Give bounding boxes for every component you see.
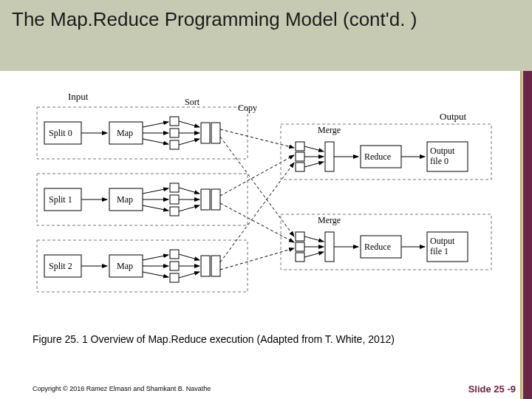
svg-rect-37 [170, 250, 179, 259]
svg-line-34 [143, 255, 168, 260]
svg-line-67 [304, 236, 324, 242]
slide-footer: Copyright © 2016 Ramez Elmasri and Shamk… [0, 378, 532, 399]
svg-line-69 [304, 252, 324, 257]
split0-label: Split 0 [49, 128, 72, 138]
svg-rect-13 [201, 123, 210, 143]
svg-line-36 [143, 272, 168, 277]
svg-line-25 [179, 188, 200, 194]
svg-line-42 [179, 272, 200, 278]
reduce0-label: Reduce [364, 151, 391, 162]
svg-rect-70 [325, 232, 334, 262]
svg-line-40 [179, 254, 200, 260]
svg-rect-54 [296, 163, 304, 171]
reduce1-label: Reduce [364, 242, 391, 252]
svg-line-49 [220, 163, 294, 262]
output1-label-a: Output [430, 236, 455, 246]
svg-line-6 [143, 139, 168, 144]
label-output: Output [440, 111, 467, 122]
svg-line-50 [220, 248, 294, 270]
map1-label: Map [117, 194, 133, 205]
svg-rect-43 [201, 256, 210, 276]
svg-rect-39 [170, 273, 179, 282]
copyright-text: Copyright © 2016 Ramez Elmasri and Shamk… [33, 385, 211, 392]
svg-rect-8 [170, 129, 179, 137]
svg-rect-52 [296, 142, 304, 151]
svg-rect-24 [170, 207, 179, 216]
svg-rect-14 [211, 123, 220, 143]
slide-number: Slide 25 -9 [468, 383, 516, 395]
svg-line-57 [304, 162, 324, 167]
svg-line-10 [179, 121, 200, 127]
output1-label-b: file 1 [430, 246, 449, 256]
svg-line-46 [220, 137, 294, 236]
svg-line-27 [179, 205, 200, 211]
map0-label: Map [117, 128, 133, 138]
svg-rect-65 [296, 242, 304, 251]
svg-line-55 [304, 146, 324, 151]
slide-title: The Map.Reduce Programming Model (cont'd… [12, 7, 520, 32]
svg-line-21 [143, 205, 168, 211]
svg-line-45 [220, 129, 294, 148]
svg-line-48 [220, 203, 294, 242]
svg-rect-9 [170, 140, 179, 149]
mapreduce-diagram: Input Split 0 Map Sort Split 1 Map Split… [30, 89, 502, 310]
label-merge1: Merge [318, 215, 341, 225]
svg-line-12 [179, 139, 200, 145]
svg-line-4 [143, 122, 168, 127]
label-copy: Copy [238, 103, 257, 113]
accent-sidebar [520, 71, 532, 399]
svg-rect-64 [296, 232, 304, 241]
figure-caption: Figure 25. 1 Overview of Map.Reduce exec… [33, 332, 446, 347]
svg-rect-58 [325, 142, 334, 171]
svg-rect-22 [170, 183, 179, 192]
label-input: Input [68, 91, 89, 102]
split1-label: Split 1 [49, 194, 72, 205]
svg-rect-44 [211, 256, 220, 276]
svg-line-19 [143, 188, 168, 194]
svg-rect-66 [296, 253, 304, 262]
svg-rect-23 [170, 195, 179, 204]
svg-rect-38 [170, 262, 179, 270]
svg-rect-53 [296, 152, 304, 161]
output0-label-b: file 0 [430, 156, 449, 166]
svg-rect-29 [211, 189, 220, 210]
output0-label-a: Output [430, 146, 455, 156]
split2-label: Split 2 [49, 261, 72, 271]
label-merge0: Merge [318, 125, 341, 135]
svg-rect-28 [201, 189, 210, 210]
map2-label: Map [117, 261, 133, 271]
svg-rect-7 [170, 117, 179, 126]
slide-header: The Map.Reduce Programming Model (cont'd… [0, 0, 532, 71]
label-sort: Sort [185, 97, 200, 107]
svg-line-47 [220, 155, 294, 196]
